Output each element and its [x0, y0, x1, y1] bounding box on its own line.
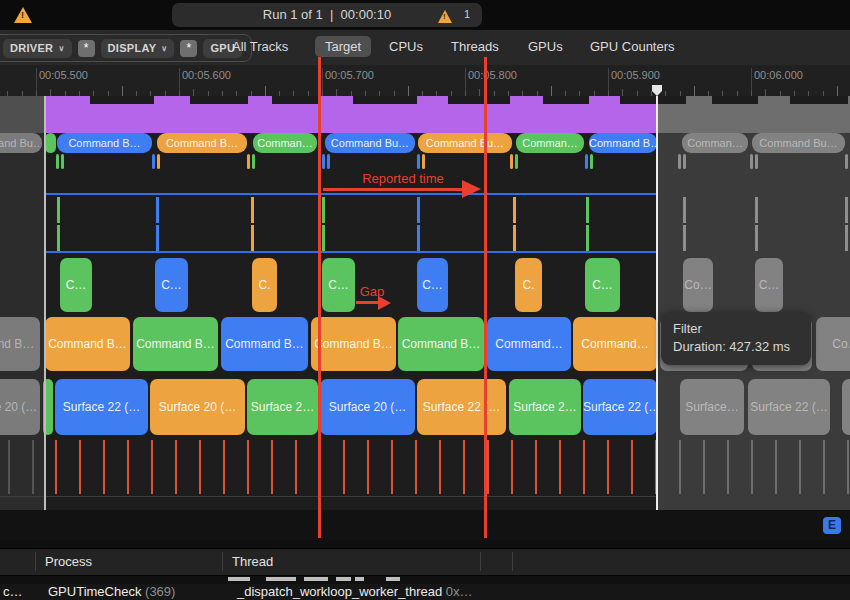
column-header-thread[interactable]: Thread — [232, 554, 273, 569]
vsync-tick — [607, 440, 609, 494]
surface-block[interactable]: Surface 22 (… — [417, 379, 506, 435]
time-ruler[interactable]: 00:05.50000:05.60000:05.70000:05.80000:0… — [0, 65, 850, 97]
display-band-margin — [0, 96, 44, 133]
ruler-tick — [265, 86, 266, 96]
cell-cut: c… — [3, 584, 23, 599]
surface-block[interactable] — [842, 379, 850, 435]
tab-gpus[interactable]: GPUs — [528, 39, 563, 54]
display-vsync-notch — [90, 96, 154, 104]
ruler-tick — [122, 86, 123, 96]
surface-block[interactable]: Surface… — [680, 379, 744, 435]
command-buffer-block[interactable]: Command… — [573, 317, 657, 371]
interval-tick — [755, 197, 758, 223]
event-tick — [755, 154, 758, 169]
encoder-block[interactable]: C… — [755, 258, 783, 312]
interval-tick — [417, 197, 420, 223]
partial-row-glyphs — [304, 577, 328, 581]
tab-gpu-counters[interactable]: GPU Counters — [590, 39, 675, 54]
interval-tick — [156, 197, 159, 223]
interval-tick — [845, 197, 848, 223]
vsync-tick-dim — [703, 440, 705, 494]
partial-row-glyphs — [266, 577, 296, 581]
command-buffer-pill[interactable]: hand Bu… — [0, 133, 42, 153]
display-vsync-notch — [543, 96, 589, 104]
command-buffer-pill[interactable]: Command B… — [157, 133, 247, 153]
command-buffer-pill[interactable]: Comman… — [682, 133, 748, 153]
encoder-block[interactable]: C… — [585, 258, 620, 312]
vsync-tick-dim — [775, 440, 777, 494]
vsync-tick — [631, 440, 633, 494]
command-buffer-block[interactable]: Command B… — [45, 317, 130, 371]
event-tick — [417, 154, 420, 169]
surface-block[interactable]: Surface 2… — [509, 379, 581, 435]
interval-tick — [586, 197, 589, 223]
interval-tick — [513, 197, 516, 223]
column-header-process[interactable]: Process — [45, 554, 92, 569]
vsync-tick-dim — [751, 440, 753, 494]
event-tick — [252, 154, 255, 169]
command-buffer-pill[interactable]: Comman… — [516, 133, 584, 153]
surface-block[interactable]: Surface 22 (… — [55, 379, 148, 435]
selected-track-border-top — [45, 193, 657, 195]
surface-block[interactable]: Surface 20 (… — [150, 379, 245, 435]
filter-start-line[interactable] — [44, 96, 46, 510]
encoder-block[interactable]: C. — [515, 258, 542, 312]
surface-block[interactable]: Surface 2… — [247, 379, 318, 435]
encoder-block[interactable]: C. — [252, 258, 277, 312]
vsync-tick — [271, 440, 273, 494]
encoder-block[interactable]: C… — [417, 258, 448, 312]
interval-tick — [322, 197, 325, 223]
surface-block[interactable]: Surface 22 (… — [748, 379, 830, 435]
playhead-line[interactable] — [656, 96, 658, 510]
tab-threads[interactable]: Threads — [451, 39, 499, 54]
encoder-block[interactable]: C… — [60, 258, 92, 312]
surface-block[interactable]: e 20 (… — [0, 379, 40, 435]
command-buffer-block[interactable]: nd B… — [0, 317, 40, 371]
interval-tick — [755, 225, 758, 251]
display-vsync-notch — [190, 96, 248, 104]
table-header: Process Thread — [0, 548, 850, 576]
command-buffer-pill[interactable]: Command Bu… — [325, 133, 415, 153]
interval-tick — [156, 225, 159, 251]
ruler-label: 00:05.900 — [611, 69, 660, 81]
ruler-tick — [50, 89, 51, 96]
vsync-tick — [79, 440, 81, 494]
command-buffer-pill[interactable]: Command Bu… — [752, 133, 845, 153]
energy-badge[interactable]: E — [823, 517, 841, 534]
table-row[interactable]: c… GPUTimeCheck (369) _dispatch_workloop… — [0, 584, 850, 600]
vsync-tick — [295, 440, 297, 494]
vsync-tick-dim — [799, 440, 801, 494]
vsync-tick-margin — [8, 440, 10, 494]
vsync-tick — [55, 440, 57, 494]
vsync-tick — [559, 440, 561, 494]
command-buffer-block[interactable]: Command… — [487, 317, 571, 371]
command-buffer-block[interactable]: Command B… — [311, 317, 396, 371]
ruler-label: 00:05.700 — [325, 69, 374, 81]
command-buffer-block[interactable]: Command B… — [221, 317, 308, 371]
tab-target[interactable]: Target — [315, 36, 371, 57]
command-buffer-block[interactable]: Command B… — [398, 317, 484, 371]
run-status-pill[interactable]: Run 1 of 1 | 00:00:10 ! 1 — [172, 3, 482, 27]
surface-block[interactable]: Surface 20 (… — [320, 379, 415, 435]
command-buffer-pill[interactable]: Comman… — [253, 133, 317, 153]
command-buffer-pill[interactable]: Command B… — [589, 133, 657, 153]
surface-block[interactable]: Surface 22 (… — [583, 379, 657, 435]
tooltip-title: Filter — [673, 320, 799, 338]
display-vsync-notch — [790, 96, 848, 104]
event-tick — [152, 154, 155, 169]
vsync-tick — [439, 440, 441, 494]
command-buffer-pill[interactable]: Command B… — [57, 133, 152, 153]
encoder-block[interactable]: Co… — [683, 258, 713, 312]
command-buffer-pill[interactable]: Command Bu… — [418, 133, 512, 153]
tab-all-tracks[interactable]: All Tracks — [232, 39, 288, 54]
warning-icon[interactable]: ! — [14, 7, 32, 23]
encoder-block[interactable]: C… — [155, 258, 188, 312]
event-tick — [56, 154, 59, 169]
command-buffer-block[interactable]: Co… — [816, 317, 850, 371]
timeline-area[interactable]: 00:05.50000:05.60000:05.70000:05.80000:0… — [0, 65, 850, 540]
command-buffer-pill[interactable] — [45, 133, 56, 153]
warning-count: 1 — [464, 8, 470, 20]
tab-cpus[interactable]: CPUs — [389, 39, 423, 54]
warning-icon[interactable]: ! — [438, 10, 452, 23]
command-buffer-block[interactable]: Command B… — [133, 317, 218, 371]
